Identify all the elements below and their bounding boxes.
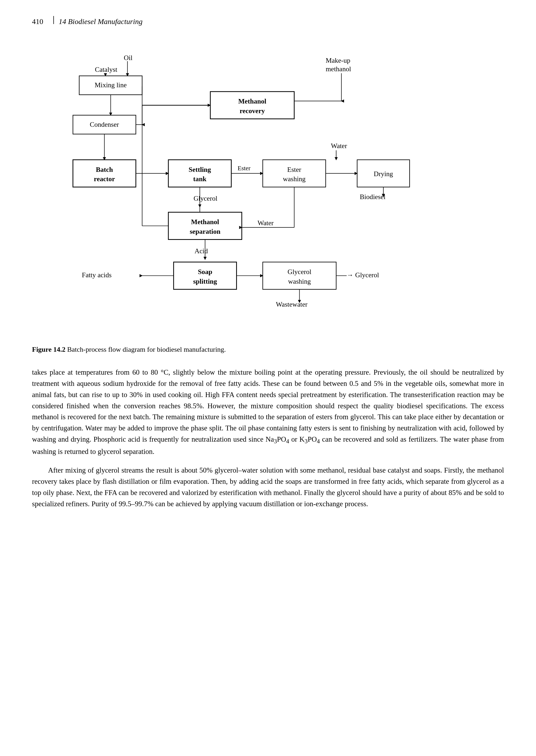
settling-tank-text1: Settling <box>189 166 211 173</box>
subscript1: 3 <box>274 438 277 445</box>
paragraph-1: takes place at temperatures from 60 to 8… <box>32 367 504 457</box>
condenser-text: Condenser <box>90 120 119 128</box>
makeup-methanol-label2: methanol <box>326 65 351 73</box>
glycerol-settling-label: Glycerol <box>193 194 217 202</box>
header-divider <box>53 16 54 24</box>
methanol-sep-text1: Methanol <box>191 218 219 226</box>
drying-text: Drying <box>374 170 393 178</box>
page-header: 410 14 Biodiesel Manufacturing <box>32 16 504 26</box>
figure-caption-bold: Figure 14.2 <box>32 346 65 353</box>
soap-splitting-text2: splitting <box>193 278 217 285</box>
ester-washing-text1: Ester <box>287 166 301 173</box>
subscript3: 3 <box>305 438 308 445</box>
methanol-sep-text2: separation <box>190 228 220 235</box>
biodiesel-label: Biodiesel <box>360 193 385 201</box>
methanol-recovery-text2: recovery <box>240 107 265 115</box>
makeup-methanol-label: Make-up <box>326 56 350 64</box>
glycerol-out-label: → Glycerol <box>347 271 379 279</box>
water-methsep-label: Water <box>257 219 274 227</box>
chapter-title: 14 Biodiesel Manufacturing <box>59 17 143 26</box>
diagram-container: Oil Catalyst Make-up methanol Mixing lin… <box>32 34 504 339</box>
water-ester-label: Water <box>331 142 347 150</box>
ester-washing-text2: washing <box>283 175 306 183</box>
subscript2: 4 <box>286 438 289 445</box>
methanol-recovery-text1: Methanol <box>238 97 266 105</box>
para1c: or K <box>289 435 305 443</box>
figure-caption: Figure 14.2 Batch-process flow diagram f… <box>32 346 504 354</box>
soap-splitting-text1: Soap <box>198 268 212 276</box>
figure-caption-text: Batch-process flow diagram for biodiesel… <box>65 346 226 353</box>
mixing-line-text: Mixing line <box>95 81 127 89</box>
page-number: 410 <box>32 17 43 26</box>
diagram-svg: Oil Catalyst Make-up methanol Mixing lin… <box>32 34 504 339</box>
batch-reactor-text2: reactor <box>94 175 115 183</box>
oil-label: Oil <box>124 54 133 62</box>
batch-reactor-text1: Batch <box>96 166 113 173</box>
acid-label: Acid <box>194 247 208 255</box>
settling-tank-text2: tank <box>193 175 207 183</box>
para1d: PO <box>308 435 317 443</box>
body-text: takes place at temperatures from 60 to 8… <box>32 367 504 510</box>
ester-label: Ester <box>237 165 251 172</box>
glycerol-washing-text2: washing <box>288 278 311 285</box>
para1b: PO <box>277 435 286 443</box>
para2-text: After mixing of glycerol streams the res… <box>32 466 504 508</box>
glycerol-washing-text1: Glycerol <box>287 268 311 276</box>
fatty-acids-label: Fatty acids <box>82 271 112 279</box>
paragraph-2: After mixing of glycerol streams the res… <box>32 465 504 509</box>
wastewater-label: Wastewater <box>276 300 308 308</box>
catalyst-label: Catalyst <box>95 66 117 73</box>
subscript4: 4 <box>317 438 320 445</box>
para1-text: takes place at temperatures from 60 to 8… <box>32 368 504 443</box>
